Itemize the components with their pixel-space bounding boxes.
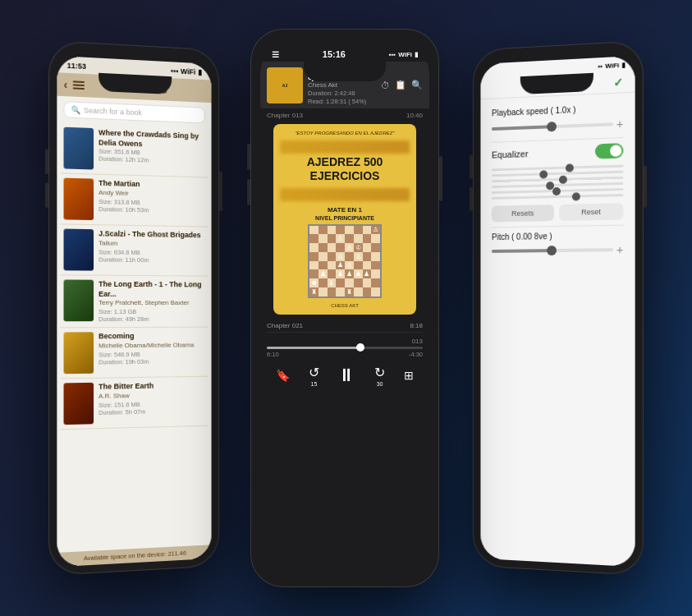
pitch-slider[interactable]: [492, 248, 613, 253]
chess-cell: [328, 252, 337, 261]
speed-plus-icon[interactable]: +: [616, 117, 623, 131]
eq-slider-5[interactable]: [492, 188, 623, 194]
center-volume-up[interactable]: [247, 144, 250, 170]
signal-icon: ▪▪▪: [389, 51, 396, 58]
chess-cell: ♔: [354, 243, 363, 252]
chess-cell: [336, 243, 345, 252]
chess-cell: [328, 234, 337, 243]
volume-up-button[interactable]: [45, 149, 48, 174]
chess-cell: [319, 252, 328, 261]
chapters-icon[interactable]: 📋: [395, 80, 406, 90]
search-bar[interactable]: 🔍 Search for a book: [64, 101, 205, 123]
list-item[interactable]: Where the Crawdads Sing by Delia Owens S…: [60, 122, 208, 177]
pitch-thumb: [547, 246, 557, 255]
eq-slider-row: [492, 177, 623, 182]
sleep-timer-icon[interactable]: ⏱: [381, 80, 390, 90]
player-book-author: Chess Akt: [308, 81, 376, 89]
chess-cell: [371, 234, 380, 243]
book-cover-martian: [64, 178, 94, 220]
book-info: The Long Earth - 1 - The Long Ear... Ter…: [99, 280, 205, 324]
progress-bar-track[interactable]: [267, 347, 423, 349]
chess-cell: [363, 252, 372, 261]
chapter-list-item[interactable]: Chapter 021 8:18: [267, 319, 423, 333]
menu-icon: ☰: [272, 50, 279, 59]
chess-book-main-title: AJEDREZ 500 EJERCICIOS: [280, 155, 410, 183]
resets-button[interactable]: Resets: [492, 205, 554, 222]
eq-sliders: [492, 165, 623, 200]
list-item[interactable]: The Martian Andy Weir Size: 313.8 MB Dur…: [60, 173, 208, 227]
equalizer-button[interactable]: ⊞: [404, 369, 414, 382]
player-duration: Duration: 2:42:48: [308, 90, 376, 97]
eq-thumb: [566, 163, 574, 172]
player-read: Read: 1:28:31 ( 54%): [308, 98, 376, 105]
available-space-label: Available space on the device: 211.46: [84, 549, 186, 563]
list-item[interactable]: The Bitter Earth A.R. Shaw Size: 151.6 M…: [60, 377, 208, 430]
chess-cell: ♜: [309, 287, 319, 297]
eq-slider-1[interactable]: [492, 165, 623, 172]
cover-art: [64, 279, 94, 321]
book-cover-longearth: [64, 279, 94, 321]
reset-button[interactable]: Reset: [559, 203, 623, 221]
chess-cell: [354, 261, 363, 270]
eq-slider-2[interactable]: [492, 171, 623, 177]
chess-cell: [371, 287, 380, 297]
chess-cell: [336, 278, 345, 287]
cover-art: [64, 127, 94, 170]
toggle-knob: [610, 145, 621, 157]
chess-cell: [336, 287, 345, 297]
chess-cell: ♜: [345, 287, 354, 297]
back-button[interactable]: ‹: [64, 78, 68, 91]
skip-fwd-button[interactable]: ↻ 30: [374, 365, 385, 387]
eq-slider-6[interactable]: [492, 194, 623, 200]
chess-cell: ♟: [336, 261, 345, 270]
skip-fwd-label: 30: [377, 381, 383, 387]
right-power-button[interactable]: [644, 166, 647, 208]
center-volume-down[interactable]: [247, 179, 250, 205]
chess-cell: [309, 226, 319, 235]
eq-slider-row: [492, 171, 623, 177]
book-author: Terry Pratchett, Stephen Baxter: [99, 299, 205, 306]
player-controls: 🔖 ↺ 15 ⏸ ↻ 30 ⊞: [260, 360, 429, 393]
center-status-right: ▪▪▪ WiFi ▮: [389, 51, 418, 58]
bookmark-button[interactable]: 🔖: [276, 369, 290, 382]
divider: [492, 137, 623, 143]
power-button[interactable]: [219, 171, 222, 211]
pitch-plus-icon[interactable]: +: [616, 243, 623, 256]
book-cover-bitter: [64, 383, 94, 425]
search-book-icon[interactable]: 🔍: [411, 80, 423, 90]
preset-row: Resets Reset: [492, 203, 623, 222]
book-author: Andy Weir: [99, 189, 205, 199]
center-power-button[interactable]: [439, 156, 442, 201]
skip-fwd-icon: ↻: [374, 365, 385, 380]
book-info: The Bitter Earth A.R. Shaw Size: 151.6 M…: [99, 381, 205, 416]
right-volume-up[interactable]: [470, 154, 473, 179]
processing-check-button[interactable]: ✓: [613, 76, 623, 90]
chess-cell: ♙: [336, 234, 345, 243]
play-pause-button[interactable]: ⏸: [337, 365, 355, 386]
eq-thumb: [552, 186, 561, 195]
chess-cell: [363, 278, 372, 287]
equalizer-row: Equalizer: [492, 143, 623, 162]
eq-slider-3[interactable]: [492, 177, 623, 182]
time-elapsed: 6:10: [267, 351, 279, 358]
skip-back-button[interactable]: ↺ 15: [309, 365, 319, 387]
right-volume-down[interactable]: [470, 187, 473, 212]
chess-cell: [371, 243, 380, 252]
player-time: 15:16: [323, 49, 346, 59]
list-item[interactable]: The Long Earth - 1 - The Long Ear... Ter…: [60, 275, 208, 328]
chess-cell: ♙: [345, 261, 354, 270]
signal-icon: ▪▪: [598, 62, 603, 70]
playback-speed-slider[interactable]: [492, 122, 613, 131]
book-info: Where the Crawdads Sing by Delia Owens S…: [99, 128, 205, 166]
chess-cell: ♙: [345, 243, 354, 252]
processing-back-placeholder: [492, 88, 504, 89]
volume-down-button[interactable]: [45, 182, 48, 208]
equalizer-toggle[interactable]: [595, 143, 623, 159]
hamburger-icon[interactable]: [72, 80, 84, 90]
list-item[interactable]: Becoming Michelle Obama/Michelle Obama S…: [60, 328, 208, 379]
center-status-left: ☰: [272, 50, 279, 59]
book-title: Becoming: [99, 332, 205, 342]
player-status-bar: ☰ 15:16 ▪▪▪ WiFi ▮: [260, 45, 429, 62]
list-item[interactable]: J.Scalzi - The Ghost Brigades Tallum Siz…: [60, 224, 208, 276]
chess-cell: [328, 226, 337, 235]
